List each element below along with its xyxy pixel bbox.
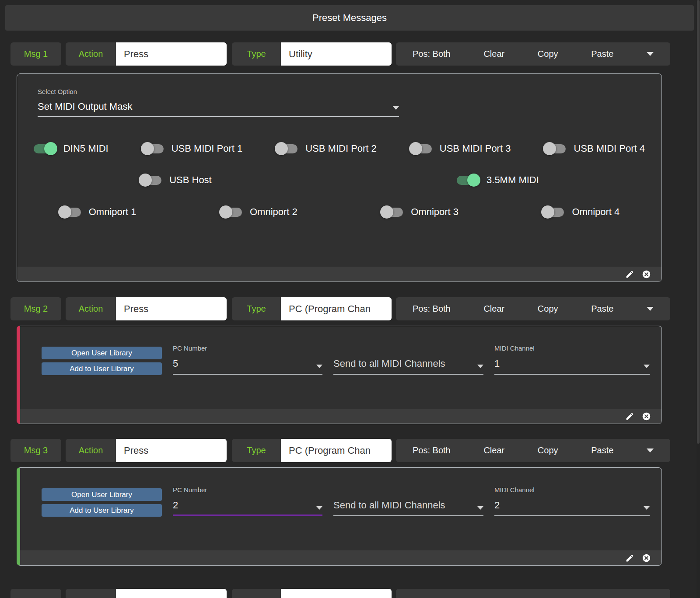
paste-button[interactable]: Paste — [591, 445, 613, 455]
toggle-switch[interactable] — [457, 174, 480, 187]
channel-mode-field: Send to all MIDI Channels — [333, 486, 483, 517]
chevron-down-icon — [316, 506, 322, 510]
toggle-omniport-2[interactable]: Omniport 2 — [220, 205, 298, 219]
pencil-icon — [625, 412, 634, 421]
remove-message-button[interactable] — [641, 553, 651, 563]
toggle-usb-midi-port-3[interactable]: USB MIDI Port 3 — [410, 142, 511, 155]
type-label: Type — [232, 297, 281, 320]
edit-message-button[interactable] — [625, 553, 634, 563]
toggle-switch[interactable] — [59, 205, 82, 219]
msg1-panel: Select Option Set MIDI Output Mask DIN5 … — [17, 73, 662, 282]
toggle-usb-host[interactable]: USB Host — [140, 174, 212, 187]
scrollbar-thumb[interactable] — [697, 0, 700, 444]
msg1-type-combo: Type Utility — [232, 42, 392, 66]
clear-button[interactable]: Clear — [483, 445, 504, 455]
select-option-value: Set MIDI Output Mask — [38, 101, 132, 112]
midi-output-toggle-row-2: USB Host 3.5MM MIDI — [17, 174, 662, 187]
remove-message-button[interactable] — [641, 411, 651, 421]
midi-channel-select[interactable]: 1 — [494, 358, 650, 375]
msg2-panel: Open User Library Add to User Library PC… — [17, 326, 662, 424]
toggle-usb-midi-port-1[interactable]: USB MIDI Port 1 — [142, 142, 243, 155]
pos-both-button[interactable]: Pos: Both — [413, 49, 451, 59]
pc-number-select[interactable]: 2 — [173, 500, 322, 516]
copy-button[interactable]: Copy — [538, 445, 558, 455]
toggle-switch[interactable] — [34, 142, 56, 155]
toggle-omniport-4[interactable]: Omniport 4 — [542, 205, 620, 219]
msg1-action-combo: Action Press — [66, 42, 227, 66]
channel-mode-field: Send to all MIDI Channels — [333, 344, 483, 375]
edit-message-button[interactable] — [625, 411, 634, 421]
remove-message-button[interactable] — [641, 269, 651, 279]
type-select[interactable]: PC (Program Chan — [281, 439, 392, 462]
add-to-user-library-button[interactable]: Add to User Library — [42, 504, 162, 517]
action-select[interactable]: Press — [116, 42, 227, 66]
pc-number-label: PC Number — [173, 344, 322, 352]
copy-button[interactable]: Copy — [538, 304, 558, 314]
chevron-down-icon[interactable] — [647, 52, 654, 56]
circle-x-icon — [642, 270, 651, 279]
pencil-icon — [625, 553, 634, 563]
chevron-down-icon[interactable] — [647, 307, 654, 311]
clear-button[interactable]: Clear — [483, 304, 504, 314]
msg3-button[interactable]: Msg 3 — [10, 439, 61, 462]
msg1-panel-footer — [17, 267, 662, 282]
msg1-button[interactable]: Msg 1 — [10, 42, 61, 66]
toggle-switch[interactable] — [220, 205, 243, 219]
toggle-din5-midi[interactable]: DIN5 MIDI — [34, 142, 108, 155]
pos-both-button[interactable]: Pos: Both — [413, 304, 451, 314]
type-select[interactable] — [281, 589, 392, 598]
add-to-user-library-button[interactable]: Add to User Library — [42, 362, 162, 375]
msg3-fields: PC Number 2 Send to all MIDI Channels MI… — [173, 486, 650, 517]
paste-button[interactable]: Paste — [591, 304, 613, 314]
pc-number-label: PC Number — [173, 486, 322, 494]
toggle-omniport-1[interactable]: Omniport 1 — [59, 205, 136, 219]
copy-button[interactable]: Copy — [538, 49, 558, 59]
chevron-down-icon — [644, 365, 650, 368]
msg4-actions-group — [396, 589, 670, 598]
action-select[interactable]: Press — [116, 297, 227, 320]
toggle-switch[interactable] — [542, 205, 565, 219]
clear-button[interactable]: Clear — [483, 49, 504, 59]
action-label: Action — [66, 42, 116, 66]
pos-both-button[interactable]: Pos: Both — [413, 445, 451, 455]
toggle-switch[interactable] — [276, 142, 298, 155]
channel-mode-select[interactable]: Send to all MIDI Channels — [333, 358, 483, 375]
pc-number-value: 2 — [173, 500, 178, 511]
chevron-down-icon[interactable] — [647, 448, 654, 452]
midi-output-toggle-row-3: Omniport 1 Omniport 2 Omniport 3 Omnipor… — [17, 205, 662, 219]
toggle-switch[interactable] — [410, 142, 433, 155]
paste-button[interactable]: Paste — [591, 49, 613, 59]
msg2-button[interactable]: Msg 2 — [10, 297, 61, 320]
type-select[interactable]: PC (Program Chan — [281, 297, 392, 320]
toggle-label: Omniport 3 — [411, 206, 458, 218]
msg3-panel-content: Open User Library Add to User Library PC… — [20, 468, 662, 517]
midi-channel-select[interactable]: 2 — [494, 500, 650, 516]
toggle-switch[interactable] — [381, 205, 404, 219]
toggle-usb-midi-port-4[interactable]: USB MIDI Port 4 — [544, 142, 645, 155]
library-buttons: Open User Library Add to User Library — [42, 488, 162, 517]
toggle-35mm-midi[interactable]: 3.5MM MIDI — [457, 174, 539, 187]
type-select[interactable]: Utility — [281, 42, 392, 66]
edit-message-button[interactable] — [625, 269, 634, 279]
toggle-switch[interactable] — [142, 142, 164, 155]
msg4-button[interactable] — [10, 589, 61, 598]
library-buttons: Open User Library Add to User Library — [42, 347, 162, 375]
action-select[interactable] — [116, 589, 227, 598]
midi-channel-value: 2 — [494, 500, 500, 511]
open-user-library-button[interactable]: Open User Library — [42, 488, 162, 501]
scrollbar[interactable] — [696, 0, 700, 598]
midi-channel-field: MIDI Channel 2 — [494, 486, 650, 517]
toggle-omniport-3[interactable]: Omniport 3 — [381, 205, 458, 219]
open-user-library-button[interactable]: Open User Library — [42, 347, 162, 359]
pc-number-field: PC Number 2 — [173, 486, 322, 517]
toggle-label: 3.5MM MIDI — [486, 174, 539, 186]
channel-mode-select[interactable]: Send to all MIDI Channels — [333, 500, 483, 516]
toggle-usb-midi-port-2[interactable]: USB MIDI Port 2 — [276, 142, 377, 155]
msg2-type-combo: Type PC (Program Chan — [232, 297, 392, 320]
msg2-panel-content: Open User Library Add to User Library PC… — [20, 326, 662, 375]
utility-option-select[interactable]: Select Option Set MIDI Output Mask — [38, 88, 399, 117]
action-select[interactable]: Press — [116, 439, 227, 462]
toggle-switch[interactable] — [544, 142, 567, 155]
pc-number-select[interactable]: 5 — [173, 358, 322, 375]
toggle-switch[interactable] — [140, 174, 162, 187]
